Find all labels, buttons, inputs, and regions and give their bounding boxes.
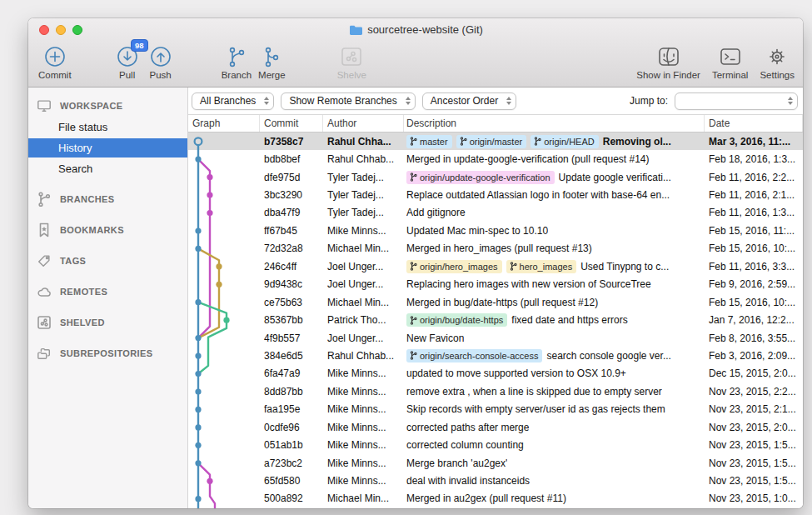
- sidebar-header-tags[interactable]: TAGS: [28, 251, 187, 271]
- commit-author: Joel Unger...: [323, 278, 404, 290]
- commit-row-4f9b557[interactable]: 4f9b557Joel Unger...New FaviconFeb 8, 20…: [188, 329, 803, 347]
- commit-row-8dd87bb[interactable]: 8dd87bbMike Minns...remove extra , when …: [188, 382, 803, 400]
- toolbar-button-commit[interactable]: Commit: [38, 42, 72, 80]
- commit-author: Michael Min...: [323, 297, 404, 308]
- commit-row-dba47f9[interactable]: dba47f9Tyler Tadej...Add gitignoreFeb 11…: [188, 204, 803, 222]
- commit-description-cell: origin/update-google-verificationUpdate …: [404, 171, 705, 184]
- sidebar-header-subrepositories[interactable]: SUBREPOSITORIES: [28, 343, 187, 363]
- branch-badge[interactable]: hero_images: [506, 260, 577, 273]
- order-select[interactable]: Ancestor Order: [422, 92, 516, 110]
- commit-row-246c4ff[interactable]: 246c4ffJoel Unger...origin/hero_imageshe…: [188, 258, 803, 275]
- commit-hash: b7358c7: [260, 136, 323, 148]
- graph-cell: [188, 401, 260, 418]
- toolbar-button-merge[interactable]: Merge: [258, 42, 286, 80]
- branch-badge[interactable]: master: [406, 135, 452, 148]
- minimize-window-button[interactable]: [56, 25, 66, 35]
- column-header-graph[interactable]: Graph: [188, 115, 260, 132]
- titlebar[interactable]: sourcetree-website (Git): [28, 18, 803, 41]
- toolbar-button-label: Shelve: [337, 70, 366, 80]
- sidebar-header-branches[interactable]: BRANCHES: [28, 189, 187, 209]
- commit-date: Jan 7, 2016, 12:2...: [705, 314, 803, 326]
- commit-description-cell: Updated Mac min-spec to 10.10: [404, 225, 705, 237]
- graph-cell: [188, 454, 260, 472]
- sidebar-item-file-status[interactable]: File status: [28, 118, 187, 137]
- branch-badge[interactable]: origin/master: [456, 135, 527, 148]
- branch-badge[interactable]: origin/search-console-access: [406, 349, 542, 362]
- branch-badge[interactable]: origin/HEAD: [531, 135, 599, 148]
- sidebar-header-bookmarks[interactable]: BOOKMARKS: [28, 220, 187, 240]
- graph-cell: [188, 222, 260, 239]
- commit-message: Merged in update-google-verification (pu…: [406, 153, 650, 165]
- commit-row-6fa47a9[interactable]: 6fa47a9Mike Minns...updated to move supp…: [188, 365, 803, 382]
- zoom-window-button[interactable]: [72, 25, 82, 35]
- sidebar-section-label: SHELVED: [60, 318, 105, 328]
- column-header-commit[interactable]: Commit: [260, 115, 323, 132]
- commit-description-cell: Replace outdated Atlassian logo in foote…: [404, 189, 705, 201]
- commit-row-051ab1b[interactable]: 051ab1bMike Minns...corrected column cou…: [188, 436, 803, 453]
- commit-row-dfe975d[interactable]: dfe975dTyler Tadej...origin/update-googl…: [188, 168, 803, 186]
- commit-message: corrected paths after merge: [406, 422, 529, 433]
- branch-badge[interactable]: origin/update-google-verification: [406, 171, 555, 184]
- commit-author: Joel Unger...: [323, 332, 404, 344]
- commit-row-500a892[interactable]: 500a892Michael Min...Merged in au2gex (p…: [188, 490, 803, 508]
- remote-branches-select[interactable]: Show Remote Branches: [281, 92, 415, 110]
- sidebar-header-workspace[interactable]: WORKSPACE: [28, 96, 187, 116]
- stepper-arrows-icon: [506, 97, 511, 105]
- sidebar-section-tags: TAGS: [28, 251, 187, 271]
- branch-badge[interactable]: origin/bug/date-https: [406, 313, 507, 327]
- commit-row-ff67b45[interactable]: ff67b45Mike Minns...Updated Mac min-spec…: [188, 222, 803, 239]
- commit-hash: 051ab1b: [260, 439, 323, 451]
- commit-date: Feb 8, 2016, 3:55...: [705, 332, 803, 344]
- commit-message: search console google ver...: [546, 350, 670, 362]
- branch-badge[interactable]: origin/hero_images: [406, 260, 502, 273]
- toolbar-button-label: Push: [150, 70, 172, 80]
- sidebar-item-search[interactable]: Search: [28, 159, 187, 178]
- commit-row-a723bc2[interactable]: a723bc2Mike Minns...Merge branch 'au2gex…: [188, 454, 803, 472]
- column-header-description[interactable]: Description: [404, 115, 705, 132]
- branch-badge-label: origin/hero_images: [420, 262, 498, 272]
- branch-badge-icon: [410, 351, 417, 360]
- commit-row-72d32a8[interactable]: 72d32a8Michael Min...Merged in hero_imag…: [188, 240, 803, 258]
- sidebar-header-shelved[interactable]: SHELVED: [28, 312, 187, 332]
- commit-row-bdb8bef[interactable]: bdb8befRahul Chhab...Merged in update-go…: [188, 150, 803, 168]
- close-window-button[interactable]: [39, 25, 49, 35]
- commit-date: Mar 3, 2016, 11:...: [705, 136, 803, 148]
- commit-row-85367bb[interactable]: 85367bbPatrick Tho...origin/bug/date-htt…: [188, 311, 803, 328]
- toolbar-button-label: Pull: [119, 70, 135, 80]
- commit-description-cell: Skip records with empty server/user id a…: [404, 403, 705, 415]
- commit-row-0cdfe96[interactable]: 0cdfe96Mike Minns...corrected paths afte…: [188, 418, 803, 436]
- toolbar-button-pull[interactable]: 98Pull: [115, 42, 140, 80]
- commit-hash: a723bc2: [260, 458, 323, 469]
- commit-date: Feb 15, 2016, 10:...: [705, 297, 803, 308]
- commit-row-9d9438c[interactable]: 9d9438cJoel Unger...Replacing hero image…: [188, 276, 803, 293]
- stepper-arrows-icon: [406, 97, 411, 105]
- commit-description-cell: origin/hero_imageshero_imagesUsed Tinypn…: [404, 260, 705, 273]
- commit-row-3bc3290[interactable]: 3bc3290Tyler Tadej...Replace outdated At…: [188, 186, 803, 203]
- graph-cell: [188, 472, 260, 489]
- jump-to-select[interactable]: [675, 92, 798, 110]
- branch-filter-value: All Branches: [200, 95, 256, 107]
- branches-icon: [37, 192, 52, 207]
- commit-hash: 9d9438c: [260, 278, 323, 290]
- commit-row-ce75b63[interactable]: ce75b63Michael Min...Merged in bug/date-…: [188, 293, 803, 311]
- toolbar-button-push[interactable]: Push: [148, 42, 173, 80]
- sidebar-section-subrepositories: SUBREPOSITORIES: [28, 343, 187, 363]
- branch-filter-select[interactable]: All Branches: [192, 92, 274, 110]
- toolbar-button-finder[interactable]: Show in Finder: [636, 42, 700, 80]
- filter-bar: All Branches Show Remote Branches Ancest…: [188, 88, 803, 114]
- commit-row-b7358c7[interactable]: b7358c7Rahul Chha...masterorigin/mastero…: [188, 132, 803, 150]
- window-title: sourcetree-website (Git): [367, 23, 483, 36]
- sidebar-item-history[interactable]: History: [28, 138, 187, 158]
- toolbar-button-branch[interactable]: Branch: [222, 42, 252, 80]
- sidebar-header-remotes[interactable]: REMOTES: [28, 282, 187, 302]
- toolbar-button-label: Terminal: [712, 70, 748, 80]
- graph-cell: [188, 276, 260, 293]
- branch-badge-label: origin/search-console-access: [420, 351, 538, 361]
- column-header-author[interactable]: Author: [323, 115, 404, 132]
- commit-row-384e6d5[interactable]: 384e6d5Rahul Chhab...origin/search-conso…: [188, 347, 803, 364]
- commit-row-faa195e[interactable]: faa195eMike Minns...Skip records with em…: [188, 401, 803, 418]
- toolbar-button-settings[interactable]: Settings: [760, 42, 795, 80]
- toolbar-button-terminal[interactable]: Terminal: [712, 42, 748, 80]
- column-header-date[interactable]: Date: [705, 115, 803, 132]
- commit-row-65fd580[interactable]: 65fd580Mike Minns...deal with invalid in…: [188, 472, 803, 489]
